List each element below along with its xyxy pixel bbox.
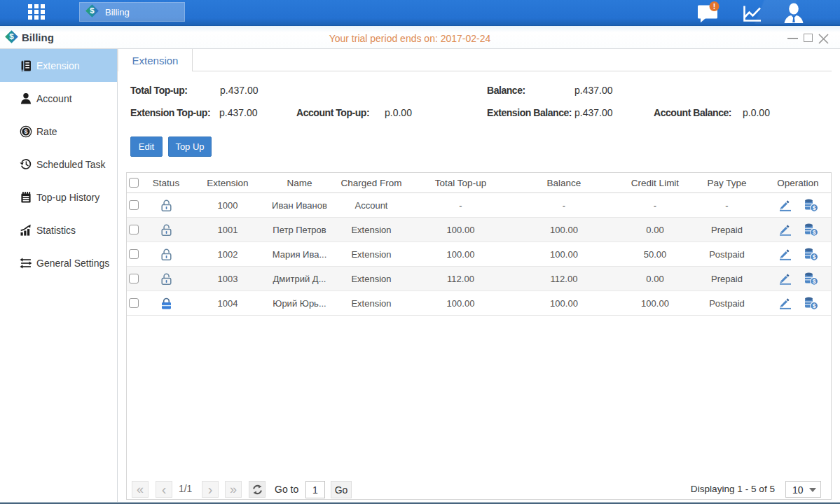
cell-status xyxy=(143,223,189,237)
app-launcher-icon[interactable] xyxy=(28,4,45,20)
cell-charged-from: Extension xyxy=(333,274,410,284)
svg-text:$: $ xyxy=(24,128,27,135)
cell-charged-from: Extension xyxy=(333,225,410,235)
col-operation[interactable]: Operation xyxy=(760,178,831,188)
row-checkbox[interactable] xyxy=(129,274,139,284)
goto-label: Go to xyxy=(275,484,298,495)
rate-icon: $ xyxy=(20,125,32,138)
user-account-icon[interactable] xyxy=(781,0,806,26)
minimize-button[interactable] xyxy=(780,26,795,49)
select-all-checkbox[interactable] xyxy=(129,178,139,188)
cell-credit-limit: 0.00 xyxy=(617,225,694,235)
row-checkbox[interactable] xyxy=(129,298,139,308)
row-checkbox[interactable] xyxy=(129,225,139,234)
extension-grid: Status Extension Name Charged From Total… xyxy=(126,172,832,500)
edit-row-icon[interactable] xyxy=(779,272,793,286)
sidebar-item-topup-history[interactable]: Top-up History xyxy=(0,181,117,214)
col-total-topup[interactable]: Total Top-up xyxy=(410,178,511,188)
sidebar-item-rate[interactable]: $ Rate xyxy=(0,115,117,148)
col-balance[interactable]: Balance xyxy=(511,178,617,188)
first-page-button[interactable]: « xyxy=(132,481,149,498)
topup-row-icon[interactable]: $ xyxy=(804,198,818,212)
account-icon xyxy=(20,92,32,105)
account-balance-label: Account Balance: xyxy=(654,107,731,118)
taskbar-item-billing[interactable]: $ Billing xyxy=(79,2,185,22)
cell-pay-type: Postpaid xyxy=(694,249,760,260)
sidebar-item-general-settings[interactable]: General Settings xyxy=(0,246,117,279)
cell-extension: 1000 xyxy=(189,200,266,211)
grid-body: 1000 Иван Иванов Account - - - - $ xyxy=(127,193,831,316)
refresh-button[interactable] xyxy=(249,481,266,498)
cell-extension: 1002 xyxy=(189,249,266,260)
status-unlocked-icon xyxy=(160,272,172,283)
cell-status xyxy=(143,248,189,261)
sidebar-item-statistics[interactable]: Statistics xyxy=(0,214,117,246)
table-row[interactable]: 1002 Мария Ива... Extension 100.00 100.0… xyxy=(127,242,831,267)
goto-page-input[interactable] xyxy=(305,481,325,498)
edit-row-icon[interactable] xyxy=(779,223,793,237)
cell-total-topup: 100.00 xyxy=(410,225,511,235)
status-unlocked-icon xyxy=(160,223,172,234)
sidebar: Extension Account $ Rate Scheduled Task … xyxy=(0,49,118,502)
svg-text:$: $ xyxy=(812,278,815,285)
sidebar-item-account[interactable]: Account xyxy=(0,82,117,115)
edit-button[interactable]: Edit xyxy=(130,136,163,157)
col-name[interactable]: Name xyxy=(266,178,333,188)
cell-checkbox xyxy=(127,274,143,284)
col-extension[interactable]: Extension xyxy=(189,178,266,188)
topup-row-icon[interactable]: $ xyxy=(804,272,818,286)
col-credit-limit[interactable]: Credit Limit xyxy=(617,178,694,188)
resource-monitor-icon[interactable] xyxy=(740,0,765,26)
total-topup-label: Total Top-up: xyxy=(130,85,188,96)
last-page-button[interactable]: » xyxy=(225,481,242,498)
go-button[interactable]: Go xyxy=(331,481,352,498)
svg-text:$: $ xyxy=(90,6,95,15)
edit-row-icon[interactable] xyxy=(779,198,793,212)
topup-row-icon[interactable]: $ xyxy=(804,223,818,237)
page-indicator: 1/1 xyxy=(179,484,192,494)
main-content: Extension Total Top-up: p.437.00 Balance… xyxy=(118,49,840,502)
cell-checkbox xyxy=(127,178,143,188)
cell-total-topup: 112.00 xyxy=(410,274,511,284)
cell-charged-from: Extension xyxy=(333,298,410,309)
topup-button[interactable]: Top Up xyxy=(168,136,212,157)
cell-extension: 1003 xyxy=(189,274,266,284)
edit-row-icon[interactable] xyxy=(779,296,793,310)
prev-page-button[interactable]: ‹ xyxy=(156,481,172,498)
row-checkbox[interactable] xyxy=(129,200,139,210)
table-row[interactable]: 1000 Иван Иванов Account - - - - $ xyxy=(127,193,831,218)
general-settings-icon xyxy=(20,257,32,270)
notifications-icon[interactable]: ! xyxy=(696,0,721,26)
cell-balance: 100.00 xyxy=(511,298,617,309)
close-button[interactable] xyxy=(816,26,832,49)
svg-text:$: $ xyxy=(812,204,815,211)
col-pay-type[interactable]: Pay Type xyxy=(694,178,760,188)
col-status[interactable]: Status xyxy=(143,178,189,188)
table-row[interactable]: 1001 Петр Петров Extension 100.00 100.00… xyxy=(127,218,831,242)
edit-row-icon[interactable] xyxy=(779,247,793,261)
col-charged-from[interactable]: Charged From xyxy=(333,178,410,188)
cell-credit-limit: 0.00 xyxy=(617,274,694,284)
svg-text:$: $ xyxy=(812,253,815,260)
cell-extension: 1001 xyxy=(189,225,266,235)
next-page-button[interactable]: › xyxy=(202,481,219,498)
page-size-select[interactable]: 10 xyxy=(785,481,821,498)
topup-history-icon xyxy=(20,191,32,204)
taskbar-item-label: Billing xyxy=(105,7,130,18)
cell-balance: 100.00 xyxy=(511,225,617,235)
balance-label: Balance: xyxy=(487,85,525,96)
tab-extension[interactable]: Extension xyxy=(118,49,193,71)
cell-checkbox xyxy=(127,249,143,259)
topup-row-icon[interactable]: $ xyxy=(804,247,818,261)
cell-operation: $ xyxy=(760,296,831,310)
topup-row-icon[interactable]: $ xyxy=(804,296,818,310)
cell-operation: $ xyxy=(760,247,831,261)
row-checkbox[interactable] xyxy=(129,249,139,259)
sidebar-item-scheduled-task[interactable]: Scheduled Task xyxy=(0,148,117,181)
cell-total-topup: 100.00 xyxy=(410,298,511,309)
sidebar-item-extension[interactable]: Extension xyxy=(0,49,117,82)
maximize-button[interactable] xyxy=(798,26,813,49)
table-row[interactable]: 1003 Дмитрий Д... Extension 112.00 112.0… xyxy=(127,267,831,291)
table-row[interactable]: 1004 Юрий Юрь... Extension 100.00 100.00… xyxy=(127,291,831,316)
window-title: Billing xyxy=(22,31,54,43)
